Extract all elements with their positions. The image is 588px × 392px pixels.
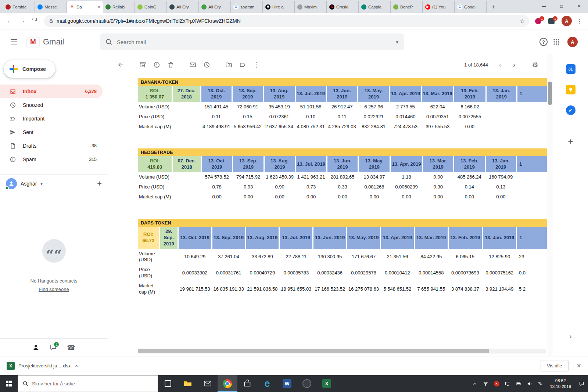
add-account-button[interactable]: + (97, 179, 102, 188)
search-input[interactable] (117, 39, 392, 45)
keep-icon[interactable] (566, 84, 576, 95)
profile-row[interactable]: Asghar ▾ + (0, 174, 108, 193)
horizontal-scrollbar-thumb[interactable] (138, 349, 489, 353)
show-all-downloads-button[interactable]: Vis alle (541, 360, 569, 371)
browser-tab[interactable]: All Cry (167, 1, 199, 13)
refresh-button[interactable] (29, 15, 40, 27)
vertical-scrollbar-thumb[interactable] (548, 82, 552, 105)
close-window-button[interactable]: ✕ (570, 0, 588, 12)
tasks-icon[interactable]: ✓ (566, 105, 576, 115)
apps-grid-icon[interactable] (553, 38, 560, 46)
delete-button[interactable] (164, 58, 178, 72)
contacts-icon[interactable] (32, 344, 39, 351)
get-addons-button[interactable]: + (568, 136, 573, 147)
taskbar-search-input[interactable] (32, 381, 153, 386)
sidebar-item-snoozed[interactable]: Snoozed (0, 98, 103, 112)
sidebar-item-sent[interactable]: Sent (0, 125, 103, 139)
horizontal-scrollbar[interactable] (138, 349, 546, 353)
action-center-icon[interactable] (579, 381, 584, 386)
sync-error-icon[interactable]: × (494, 381, 499, 386)
volume-icon[interactable] (527, 381, 533, 386)
taskbar-app-task-view[interactable] (158, 375, 178, 392)
forward-button[interactable]: → (16, 15, 28, 27)
minimize-button[interactable]: — (535, 0, 553, 12)
taskbar-search[interactable] (18, 375, 158, 392)
chevron-up-icon[interactable] (472, 381, 477, 386)
back-to-inbox-button[interactable] (114, 58, 128, 72)
browser-tab[interactable]: Maxim (295, 1, 327, 13)
browser-tab[interactable]: GGoogl (455, 1, 487, 13)
profile-caret-icon[interactable]: ▾ (40, 181, 43, 186)
taskbar-clock[interactable]: 08:52 13.10.2019 (548, 378, 573, 389)
extension-icon-1[interactable]: 1 (535, 17, 544, 25)
start-button[interactable] (0, 375, 18, 392)
browser-tab[interactable]: MDa× (67, 1, 103, 13)
taskbar-app-excel[interactable]: X (317, 375, 337, 392)
browser-tab[interactable]: All Cry (199, 1, 231, 13)
browser-tab[interactable]: ▶(1) You (423, 1, 455, 13)
browser-tab[interactable]: Reliabl (103, 1, 135, 13)
extension-icon-2[interactable]: 1 (548, 17, 557, 25)
move-to-button[interactable] (222, 58, 236, 72)
table-row: Volume (USD)574 578.52794 715.921 623 45… (138, 172, 547, 182)
browser-profile-avatar[interactable]: A (562, 16, 572, 26)
report-spam-button[interactable] (150, 58, 164, 72)
browser-tab[interactable]: Forside (3, 1, 35, 13)
search-options-caret-icon[interactable]: ▾ (392, 39, 402, 45)
taskbar-app-chrome[interactable] (218, 375, 237, 392)
maximize-button[interactable]: □ (553, 0, 570, 12)
download-item[interactable]: X Prosjektoversikt ju....xlsx (7, 359, 84, 373)
vertical-scrollbar[interactable] (547, 54, 553, 356)
browser-tab[interactable]: CoinG (135, 1, 167, 13)
download-caret-icon[interactable] (74, 364, 79, 368)
pen-icon[interactable]: ✎ (538, 381, 542, 386)
taskbar-app-mail[interactable] (198, 375, 218, 392)
hamburger-menu-button[interactable] (5, 33, 23, 51)
snooze-button[interactable] (200, 58, 214, 72)
newer-email-button[interactable]: ‹ (494, 59, 506, 71)
omnibox[interactable]: mail.google.com/mail/u/0/?pli=1#inbox/FM… (44, 15, 529, 27)
help-icon[interactable]: ? (539, 38, 548, 46)
labels-button[interactable] (236, 58, 250, 72)
close-download-bar-button[interactable]: ✕ (577, 362, 581, 369)
sidebar-item-spam[interactable]: Spam315 (0, 152, 103, 166)
taskbar-app-store[interactable] (237, 375, 257, 392)
browser-tab[interactable]: Caspia (359, 1, 391, 13)
browser-tab[interactable]: HHire a (263, 1, 295, 13)
sidebar-item-drafts[interactable]: Drafts38 (0, 139, 103, 152)
gmail-account-avatar[interactable]: A (567, 37, 578, 47)
sidebar-item-inbox[interactable]: Inbox6,378 (0, 84, 103, 98)
browser-tab[interactable]: NOmskj (327, 1, 359, 13)
display-icon[interactable] (505, 381, 510, 386)
phone-icon[interactable]: ☎ (67, 344, 75, 352)
taskbar-app-file-explorer[interactable] (178, 375, 198, 392)
battery-icon[interactable] (516, 381, 521, 386)
taskbar-app-globe[interactable] (297, 375, 317, 392)
compose-button[interactable]: Compose (4, 60, 55, 78)
bookmark-star-icon[interactable]: ☆ (520, 18, 525, 25)
more-options-button[interactable]: ⋮ (250, 58, 263, 72)
collapse-panel-chevron-icon[interactable]: › (553, 332, 588, 341)
archive-button[interactable] (136, 58, 150, 72)
download-bar-right: Vis alle ✕ (541, 360, 581, 371)
taskbar-app-word[interactable]: W (277, 375, 297, 392)
back-button[interactable]: ← (4, 15, 15, 27)
url-text[interactable]: mail.google.com/mail/u/0/?pli=1#inbox/FM… (57, 18, 517, 24)
browser-tab[interactable]: Gspørsm (231, 1, 263, 13)
hangouts-find-someone-link[interactable]: Find someone (39, 287, 69, 292)
wifi-icon[interactable] (483, 381, 488, 386)
sidebar-item-important[interactable]: Important (0, 112, 103, 125)
older-email-button[interactable]: › (508, 59, 520, 71)
settings-gear-icon[interactable]: ⚙ (528, 58, 542, 72)
calendar-icon[interactable]: 31 (566, 64, 576, 74)
gmail-search-bar[interactable]: ▾ (100, 33, 404, 50)
browser-tab[interactable]: Messe (35, 1, 67, 13)
hangouts-chat-icon[interactable]: 2 (50, 344, 57, 351)
browser-tab[interactable]: BeneP (391, 1, 423, 13)
new-tab-button[interactable]: + (489, 2, 498, 12)
tab-close-button[interactable]: × (98, 4, 100, 10)
sidebar-item-label: Important (23, 116, 44, 122)
mark-unread-button[interactable] (186, 58, 200, 72)
browser-menu-button[interactable]: ⋮ (575, 18, 584, 25)
taskbar-app-edge[interactable]: e (257, 375, 277, 392)
